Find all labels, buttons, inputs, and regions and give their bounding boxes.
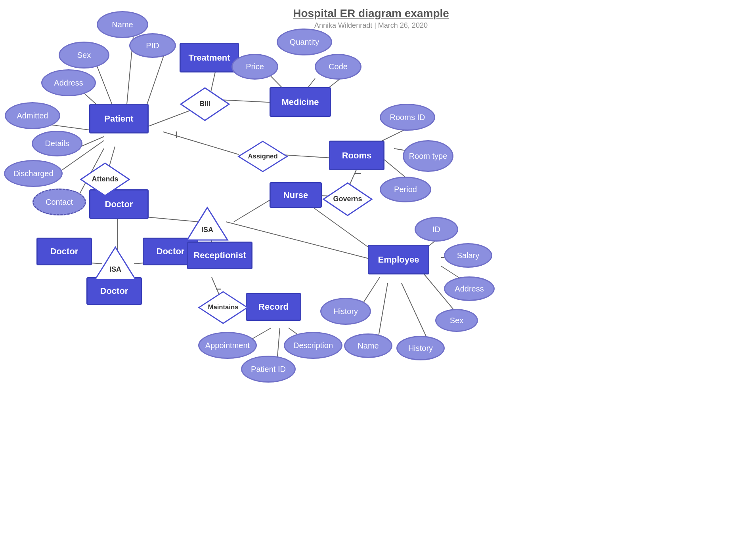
- address-emp-attr: Address: [444, 276, 495, 301]
- quantity-attr: Quantity: [277, 29, 332, 55]
- assigned-relation: Assigned: [237, 139, 289, 174]
- svg-text:ISA: ISA: [201, 226, 213, 234]
- period-attr: Period: [380, 177, 431, 202]
- id-attr: ID: [415, 217, 458, 242]
- details-attr: Details: [32, 131, 82, 156]
- svg-text:ISA: ISA: [109, 265, 121, 273]
- history2-attr: History: [396, 336, 445, 360]
- bill-relation: Bill: [179, 86, 231, 122]
- contact-attr: Contact: [33, 189, 86, 215]
- record-entity[interactable]: Record: [246, 293, 301, 321]
- svg-text:Governs: Governs: [333, 195, 362, 203]
- treatment-entity[interactable]: Treatment: [180, 43, 239, 72]
- description-attr: Description: [284, 332, 342, 359]
- salary-attr: Salary: [444, 243, 492, 268]
- svg-text:Maintains: Maintains: [208, 303, 238, 311]
- svg-text:Assigned: Assigned: [248, 152, 277, 160]
- sex-emp-attr: Sex: [435, 309, 478, 332]
- isa-main-triangle: ISA: [186, 206, 229, 242]
- employee-entity[interactable]: Employee: [368, 245, 429, 274]
- svg-marker-62: [187, 208, 228, 240]
- history1-attr: History: [320, 298, 371, 325]
- diagram-title: Hospital ER diagram example Annika Wilde…: [293, 7, 449, 30]
- svg-line-9: [163, 132, 239, 154]
- admitted-attr: Admitted: [5, 102, 60, 129]
- governs-relation: Governs: [322, 181, 373, 217]
- nurse-entity[interactable]: Nurse: [270, 182, 322, 208]
- svg-text:Bill: Bill: [199, 100, 210, 108]
- attends-relation: Attends: [79, 162, 131, 197]
- doctor3-entity[interactable]: Doctor: [86, 277, 142, 305]
- subtitle-text: Annika Wildenradt | March 26, 2020: [293, 21, 449, 30]
- maintains-relation: Maintains: [197, 290, 249, 326]
- code-attr: Code: [315, 54, 361, 80]
- medicine-entity[interactable]: Medicine: [270, 87, 331, 117]
- discharged-attr: Discharged: [4, 160, 63, 187]
- name-emp-attr: Name: [344, 333, 392, 358]
- svg-text:Attends: Attends: [92, 175, 119, 183]
- isa-sub-triangle: ISA: [94, 246, 137, 281]
- address-attr: Address: [41, 69, 96, 96]
- svg-line-41: [402, 283, 428, 341]
- pid-attr: PID: [129, 33, 176, 58]
- receptionist-entity[interactable]: Receptionist: [187, 242, 252, 269]
- title-text: Hospital ER diagram example: [293, 7, 449, 20]
- room-type-attr: Room type: [403, 140, 453, 172]
- svg-marker-64: [95, 247, 136, 280]
- rooms-id-attr: Rooms ID: [380, 104, 435, 131]
- sex-attr: Sex: [59, 42, 109, 69]
- svg-line-48: [277, 328, 280, 356]
- svg-line-40: [378, 283, 388, 339]
- er-diagram: Hospital ER diagram example Annika Wilde…: [0, 0, 742, 560]
- name-attr: Name: [97, 11, 148, 38]
- price-attr: Price: [231, 54, 278, 80]
- patient-id-attr: Patient ID: [241, 356, 296, 383]
- rooms-entity[interactable]: Rooms: [329, 141, 384, 170]
- patient-entity[interactable]: Patient: [89, 104, 149, 133]
- appointment-attr: Appointment: [198, 332, 257, 359]
- doctor1-entity[interactable]: Doctor: [36, 238, 92, 265]
